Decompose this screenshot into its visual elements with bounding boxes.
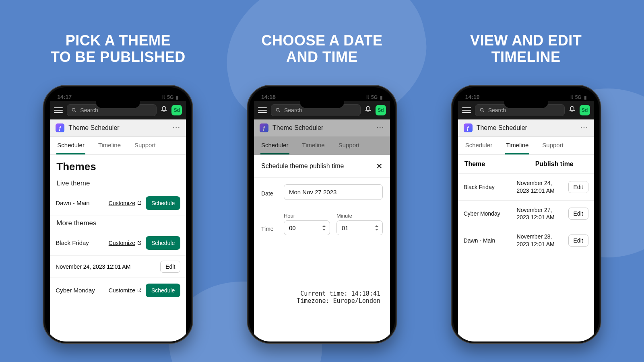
external-link-icon	[137, 201, 142, 206]
live-theme-label: Live theme	[50, 176, 186, 191]
minute-select[interactable]: 01	[336, 220, 383, 235]
timezone-text: Timezone: Europe/London	[264, 297, 380, 304]
status-time: 14:17	[57, 94, 72, 100]
cell-time: November 27, 2023 12:01 AM	[517, 206, 565, 222]
edit-button[interactable]: Edit	[568, 181, 588, 193]
edit-button[interactable]: Edit	[568, 234, 588, 247]
more-icon[interactable]: ···	[580, 124, 588, 132]
tab-timeline[interactable]: Timeline	[301, 137, 326, 154]
app-icon: ƒ	[56, 123, 64, 132]
cell-theme: Black Friday	[464, 184, 514, 190]
table-row: Dawn - Main November 28, 2023 12:01 AM E…	[458, 227, 594, 254]
phone-scheduler: 14:17 𝗂𝗅5G▮ Search Sd	[43, 86, 192, 343]
close-icon[interactable]: ✕	[376, 161, 383, 171]
theme-name: Cyber Monday	[56, 287, 104, 294]
avatar[interactable]: Sd	[171, 105, 182, 115]
tab-scheduler[interactable]: Scheduler	[464, 137, 493, 154]
schedule-button[interactable]: Schedule	[146, 236, 180, 250]
app-icon: ƒ	[260, 123, 268, 132]
app-icon: ƒ	[464, 123, 473, 132]
app-title: Theme Scheduler	[477, 124, 527, 132]
theme-row: Cyber Monday Customize Schedule	[50, 278, 186, 303]
avatar[interactable]: Sd	[580, 105, 590, 115]
tab-scheduler[interactable]: Scheduler	[260, 137, 289, 154]
minute-label: Minute	[336, 213, 383, 219]
cell-time: November 24, 2023 12:01 AM	[517, 179, 565, 195]
schedule-button[interactable]: Schedule	[146, 284, 180, 297]
cell-time: November 28, 2023 12:01 AM	[517, 233, 565, 248]
status-time: 14:19	[465, 94, 480, 100]
status-time: 14:18	[261, 94, 276, 100]
external-link-icon	[137, 241, 142, 245]
search-icon	[479, 107, 485, 113]
more-icon[interactable]: ···	[377, 124, 384, 132]
theme-name: Black Friday	[56, 239, 104, 246]
more-themes-label: More themes	[50, 216, 186, 230]
app-title: Theme Scheduler	[272, 124, 323, 132]
heading-choose-date: CHOOSE A DATE AND TIME	[261, 32, 382, 66]
customize-link[interactable]: Customize	[109, 287, 142, 294]
heading-view-timeline: VIEW AND EDIT TIMELINE	[470, 32, 582, 66]
search-icon	[71, 107, 77, 113]
tab-scheduler[interactable]: Scheduler	[56, 137, 85, 154]
svg-point-4	[480, 108, 483, 111]
svg-line-5	[483, 111, 484, 112]
col-header-time: Publish time	[535, 160, 588, 168]
hamburger-menu[interactable]	[54, 107, 63, 113]
current-time-text: Current time: 14:18:41	[264, 290, 380, 297]
tab-support[interactable]: Support	[134, 137, 157, 154]
search-icon	[275, 107, 281, 113]
notifications-icon[interactable]	[365, 106, 372, 114]
avatar[interactable]: Sd	[376, 105, 386, 115]
modal-title: Schedule theme publish time	[261, 162, 344, 170]
table-row: Black Friday November 24, 2023 12:01 AM …	[458, 174, 594, 201]
customize-link[interactable]: Customize	[109, 240, 142, 246]
cell-theme: Dawn - Main	[464, 237, 514, 244]
theme-row: Black Friday Customize Schedule	[50, 230, 186, 256]
hour-select[interactable]: 00	[284, 220, 330, 235]
tab-support[interactable]: Support	[338, 137, 361, 154]
cell-theme: Cyber Monday	[464, 210, 514, 217]
hamburger-menu[interactable]	[462, 107, 471, 113]
svg-line-1	[75, 111, 76, 112]
table-row: Cyber Monday November 27, 2023 12:01 AM …	[458, 201, 594, 228]
theme-name: Dawn - Main	[56, 200, 104, 206]
svg-line-3	[279, 111, 280, 112]
theme-row: Dawn - Main Customize Schedule	[50, 191, 186, 216]
schedule-button[interactable]: Schedule	[146, 196, 180, 210]
phone-datetime: 14:18 𝗂𝗅5G▮ Search Sd	[248, 86, 396, 343]
heading-pick-theme: PICK A THEME TO BE PUBLISHED	[51, 32, 186, 66]
scheduled-date-row: November 24, 2023 12:01 AM Edit	[50, 256, 186, 278]
notifications-icon[interactable]	[161, 106, 167, 114]
time-label: Time	[261, 226, 277, 235]
date-input[interactable]: Mon Nov 27 2023	[284, 184, 383, 200]
svg-point-2	[276, 108, 279, 111]
more-icon[interactable]: ···	[173, 124, 180, 132]
hamburger-menu[interactable]	[258, 107, 267, 113]
tab-timeline[interactable]: Timeline	[97, 137, 122, 154]
notifications-icon[interactable]	[569, 106, 576, 114]
edit-button[interactable]: Edit	[160, 261, 180, 273]
scheduled-date: November 24, 2023 12:01 AM	[56, 263, 130, 270]
phone-timeline: 14:19 𝗂𝗅5G▮ Search Sd	[452, 86, 601, 343]
edit-button[interactable]: Edit	[568, 208, 588, 220]
tab-support[interactable]: Support	[541, 137, 564, 154]
external-link-icon	[137, 288, 142, 293]
themes-heading: Themes	[50, 155, 186, 176]
svg-point-0	[72, 108, 75, 111]
hour-label: Hour	[284, 213, 330, 219]
date-label: Date	[261, 190, 277, 200]
col-header-theme: Theme	[464, 160, 535, 168]
tab-timeline[interactable]: Timeline	[505, 137, 529, 154]
app-title: Theme Scheduler	[68, 124, 119, 132]
customize-link[interactable]: Customize	[109, 200, 142, 206]
